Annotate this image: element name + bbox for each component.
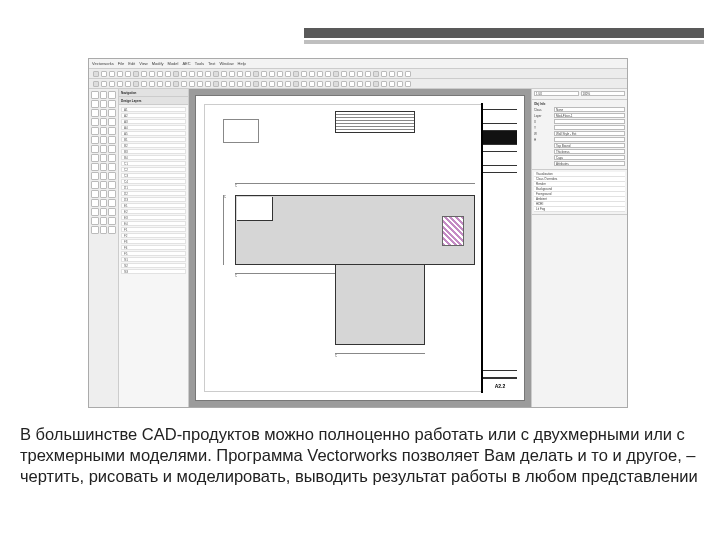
tool-button[interactable] xyxy=(91,145,99,153)
toolbar-button[interactable] xyxy=(261,71,267,77)
tool-button[interactable] xyxy=(91,127,99,135)
toolbar-button[interactable] xyxy=(157,81,163,87)
tool-button[interactable] xyxy=(100,136,108,144)
toolbar-button[interactable] xyxy=(253,81,259,87)
toolbar-button[interactable] xyxy=(285,71,291,77)
tool-button[interactable] xyxy=(100,154,108,162)
tool-button[interactable] xyxy=(108,226,116,234)
layer-item[interactable]: F3 xyxy=(121,239,186,244)
toolbar-button[interactable] xyxy=(373,81,379,87)
field-input[interactable] xyxy=(554,125,625,130)
toolbar-button[interactable] xyxy=(117,81,123,87)
toolbar-button[interactable] xyxy=(397,81,403,87)
layer-item[interactable]: F5 xyxy=(121,251,186,256)
toolbar-button[interactable] xyxy=(357,71,363,77)
toolbar-button[interactable] xyxy=(365,81,371,87)
toolbar-button[interactable] xyxy=(205,81,211,87)
tool-button[interactable] xyxy=(91,199,99,207)
toolbar-button[interactable] xyxy=(93,71,99,77)
layers-header[interactable]: Design Layers xyxy=(119,97,188,105)
layer-item[interactable]: C4 xyxy=(121,179,186,184)
toolbar-button[interactable] xyxy=(141,71,147,77)
toolbar-button[interactable] xyxy=(229,71,235,77)
menu-item[interactable]: Vectorworks xyxy=(92,61,114,66)
layer-item[interactable]: G2 xyxy=(121,263,186,268)
toolbar-button[interactable] xyxy=(373,71,379,77)
tool-button[interactable] xyxy=(108,136,116,144)
layer-item[interactable]: B2 xyxy=(121,143,186,148)
layer-item[interactable]: F1 xyxy=(121,227,186,232)
toolbar-button[interactable] xyxy=(245,81,251,87)
field-input[interactable]: Caps xyxy=(554,155,625,160)
layer-list[interactable]: A1A2A3A4A5B1B2B3B4C1C2C3C4D1D2D3E1E2E3E4… xyxy=(119,105,188,276)
menu-item[interactable]: AEC xyxy=(182,61,190,66)
toolbar-button[interactable] xyxy=(357,81,363,87)
layer-item[interactable]: C3 xyxy=(121,173,186,178)
tool-button[interactable] xyxy=(108,145,116,153)
tool-button[interactable] xyxy=(100,100,108,108)
tool-button[interactable] xyxy=(108,190,116,198)
toolbar-button[interactable] xyxy=(325,71,331,77)
tool-button[interactable] xyxy=(91,226,99,234)
toolbar-button[interactable] xyxy=(125,71,131,77)
tool-button[interactable] xyxy=(108,172,116,180)
toolbar-button[interactable] xyxy=(269,71,275,77)
toolbar-button[interactable] xyxy=(341,71,347,77)
toolbar-button[interactable] xyxy=(101,71,107,77)
toolbar-button[interactable] xyxy=(213,81,219,87)
layer-item[interactable]: G1 xyxy=(121,257,186,262)
toolbar-button[interactable] xyxy=(277,71,283,77)
toolbar-button[interactable] xyxy=(189,71,195,77)
layer-item[interactable]: C1 xyxy=(121,161,186,166)
canvas-area[interactable]: C C C C xyxy=(189,89,531,407)
toolbar-button[interactable] xyxy=(101,81,107,87)
tool-button[interactable] xyxy=(108,127,116,135)
tool-button[interactable] xyxy=(100,145,108,153)
tool-button[interactable] xyxy=(100,199,108,207)
tool-button[interactable] xyxy=(91,163,99,171)
layer-item[interactable]: F4 xyxy=(121,245,186,250)
tool-button[interactable] xyxy=(100,172,108,180)
tool-button[interactable] xyxy=(91,154,99,162)
tool-button[interactable] xyxy=(108,199,116,207)
tool-button[interactable] xyxy=(91,118,99,126)
layer-item[interactable]: E2 xyxy=(121,209,186,214)
tool-button[interactable] xyxy=(108,154,116,162)
toolbar-button[interactable] xyxy=(253,71,259,77)
tool-button[interactable] xyxy=(108,91,116,99)
menu-item[interactable]: File xyxy=(118,61,124,66)
toolbar-button[interactable] xyxy=(189,81,195,87)
menu-item[interactable]: View xyxy=(139,61,148,66)
layer-item[interactable]: D2 xyxy=(121,191,186,196)
toolbar-button[interactable] xyxy=(245,71,251,77)
toolbar-button[interactable] xyxy=(133,71,139,77)
layer-item[interactable]: E3 xyxy=(121,215,186,220)
tool-button[interactable] xyxy=(108,109,116,117)
tool-button[interactable] xyxy=(91,172,99,180)
menubar[interactable]: VectorworksFileEditViewModifyModelAECToo… xyxy=(89,59,627,69)
menu-item[interactable]: Modify xyxy=(152,61,164,66)
toolbar-button[interactable] xyxy=(309,71,315,77)
toolbar-button[interactable] xyxy=(221,81,227,87)
toolbar-row-2[interactable] xyxy=(89,79,627,89)
toolbar-button[interactable] xyxy=(93,81,99,87)
navigation-panel[interactable]: Navigation Design Layers A1A2A3A4A5B1B2B… xyxy=(119,89,189,407)
toolbar-button[interactable] xyxy=(317,71,323,77)
layer-item[interactable]: A5 xyxy=(121,131,186,136)
toolbar-button[interactable] xyxy=(397,71,403,77)
toolbar-button[interactable] xyxy=(405,71,411,77)
tool-button[interactable] xyxy=(91,190,99,198)
toolbar-button[interactable] xyxy=(325,81,331,87)
tool-palette[interactable] xyxy=(89,89,119,407)
layer-item[interactable]: B1 xyxy=(121,137,186,142)
toolbar-button[interactable] xyxy=(261,81,267,87)
toolbar-button[interactable] xyxy=(333,71,339,77)
toolbar-button[interactable] xyxy=(133,81,139,87)
field-input[interactable]: None xyxy=(554,107,625,112)
field-input[interactable]: Mod-Floor-1 xyxy=(554,113,625,118)
menu-item[interactable]: Window xyxy=(219,61,233,66)
tool-button[interactable] xyxy=(100,118,108,126)
tool-button[interactable] xyxy=(108,181,116,189)
toolbar-button[interactable] xyxy=(141,81,147,87)
toolbar-button[interactable] xyxy=(125,81,131,87)
